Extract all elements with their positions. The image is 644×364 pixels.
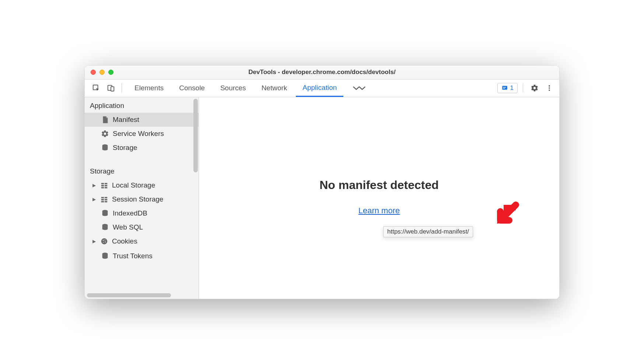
chevron-right-icon[interactable]: ▶ [91,197,97,202]
sidebar-item-label: Storage [113,144,137,152]
more-menu-icon[interactable] [543,82,556,94]
database-icon [101,144,109,152]
link-url-tooltip: https://web.dev/add-manifest/ [383,226,473,237]
gear-icon [101,130,109,138]
sidebar-item-web-sql[interactable]: Web SQL [85,220,199,234]
divider [122,83,122,93]
sidebar-item-label: Trust Tokens [113,252,153,260]
divider [523,84,523,92]
tab-elements[interactable]: Elements [128,80,170,97]
issues-badge[interactable]: 1 [497,83,518,93]
svg-rect-11 [105,183,107,184]
svg-rect-12 [101,185,104,186]
svg-rect-3 [502,86,507,90]
minimize-window-button[interactable] [99,70,105,75]
devtools-body: Application Manifest Service Workers Sto… [85,97,559,299]
application-main-pane: No manifest detected Learn more https://… [199,97,559,299]
sidebar-item-label: IndexedDB [113,209,147,217]
svg-point-27 [105,241,106,242]
learn-more-link[interactable]: Learn more [358,206,400,215]
tab-sources[interactable]: Sources [214,80,253,97]
svg-rect-10 [101,183,104,184]
toggle-device-toolbar-icon[interactable] [105,82,117,94]
settings-gear-icon[interactable] [528,82,541,94]
sidebar-item-label: Manifest [113,116,139,124]
document-icon [101,116,109,124]
sidebar-item-cookies[interactable]: ▶ Cookies [85,234,199,248]
close-window-button[interactable] [91,70,96,75]
tab-console[interactable]: Console [172,80,211,97]
window-controls [91,70,113,75]
sidebar-item-label: Web SQL [113,223,143,231]
chevron-right-icon[interactable]: ▶ [91,183,97,188]
window-title: DevTools - developer.chrome.com/docs/dev… [248,69,395,76]
svg-point-8 [549,90,550,91]
svg-rect-4 [503,87,506,88]
svg-point-26 [105,239,105,240]
inspect-element-icon[interactable] [90,82,102,94]
svg-rect-13 [105,185,107,186]
svg-rect-19 [105,199,107,200]
svg-rect-17 [105,197,107,198]
table-icon [100,195,108,203]
svg-point-24 [101,238,108,244]
svg-point-25 [103,239,104,241]
issues-count: 1 [510,84,514,92]
empty-state-heading: No manifest detected [199,178,559,192]
svg-rect-2 [111,87,114,91]
tab-application[interactable]: Application [296,80,343,97]
sidebar-item-storage[interactable]: Storage [85,141,199,155]
svg-rect-20 [101,201,104,202]
svg-point-6 [549,85,550,87]
sidebar-section-storage: Storage [85,163,199,178]
maximize-window-button[interactable] [108,70,113,75]
sidebar-item-label: Session Storage [112,195,163,203]
chevron-right-icon[interactable]: ▶ [91,239,97,244]
sidebar-item-label: Cookies [112,237,137,245]
devtools-tabbar: Elements Console Sources Network Applica… [85,80,559,97]
svg-rect-16 [101,197,104,198]
devtools-window: DevTools - developer.chrome.com/docs/dev… [84,65,560,299]
tab-overflow[interactable] [346,80,373,97]
svg-rect-21 [105,201,107,202]
database-icon [101,209,109,217]
sidebar-item-service-workers[interactable]: Service Workers [85,127,199,141]
table-icon [100,181,108,189]
sidebar-item-indexeddb[interactable]: IndexedDB [85,206,199,220]
annotation-arrow-icon [494,200,520,228]
svg-point-7 [549,87,550,89]
sidebar-item-label: Service Workers [113,130,164,138]
svg-point-28 [103,242,104,242]
sidebar-item-local-storage[interactable]: ▶ Local Storage [85,178,199,192]
application-sidebar: Application Manifest Service Workers Sto… [85,97,199,299]
svg-rect-18 [101,199,104,200]
svg-rect-14 [101,187,104,188]
sidebar-scrollbar[interactable] [193,99,198,172]
database-icon [101,223,109,231]
database-icon [101,252,109,260]
sidebar-item-manifest[interactable]: Manifest [85,113,199,127]
sidebar-item-label: Local Storage [112,181,155,189]
sidebar-item-trust-tokens[interactable]: Trust Tokens [85,249,199,263]
sidebar-section-application: Application [85,97,199,113]
cookie-icon [100,237,108,245]
titlebar: DevTools - developer.chrome.com/docs/dev… [85,66,559,80]
tab-network[interactable]: Network [255,80,294,97]
svg-rect-15 [105,187,107,188]
svg-rect-5 [503,88,505,89]
sidebar-item-session-storage[interactable]: ▶ Session Storage [85,192,199,206]
sidebar-horizontal-scrollbar[interactable] [87,293,171,297]
